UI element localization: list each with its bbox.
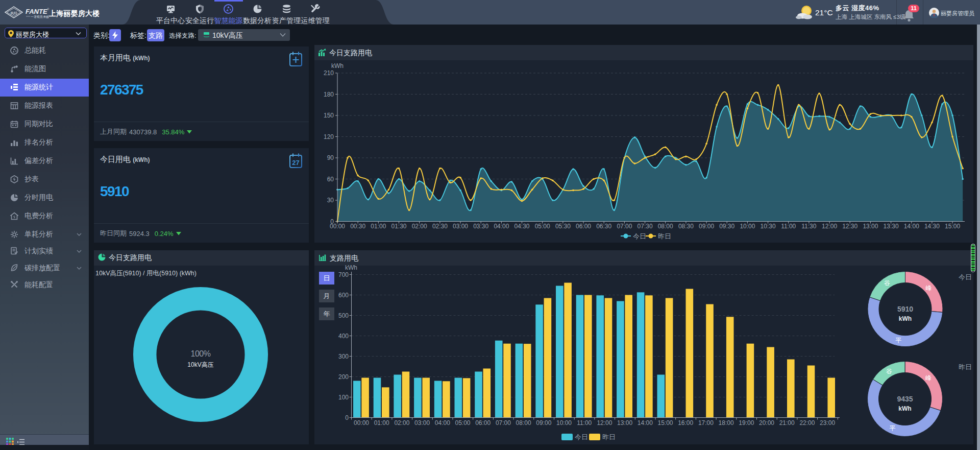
svg-text:09:00: 09:00 [699, 223, 714, 230]
svg-text:09:00: 09:00 [536, 419, 551, 427]
svg-text:20:00: 20:00 [759, 419, 774, 427]
svg-text:今日: 今日 [575, 433, 588, 441]
svg-text:01:00: 01:00 [371, 223, 386, 230]
svg-text:11:00: 11:00 [577, 419, 592, 427]
svg-text:120: 120 [324, 133, 334, 140]
svg-text:08:00: 08:00 [516, 419, 531, 427]
svg-text:21:00: 21:00 [779, 419, 795, 427]
svg-text:平: 平 [896, 337, 902, 344]
svg-text:23:00: 23:00 [820, 419, 835, 427]
svg-text:峰: 峰 [926, 285, 932, 292]
svg-text:06:30: 06:30 [596, 223, 611, 230]
svg-text:07:00: 07:00 [496, 419, 511, 427]
svg-text:100: 100 [338, 394, 349, 401]
svg-text:04:00: 04:00 [435, 419, 450, 427]
svg-text:14:00: 14:00 [638, 419, 653, 427]
svg-text:昨日: 昨日 [658, 232, 671, 240]
svg-text:19:00: 19:00 [739, 419, 754, 427]
svg-text:02:00: 02:00 [412, 223, 427, 230]
svg-text:kWh: kWh [345, 264, 357, 271]
svg-text:kWh: kWh [898, 405, 911, 412]
svg-text:11:30: 11:30 [801, 223, 816, 230]
svg-text:18:00: 18:00 [719, 419, 734, 427]
svg-text:16:00: 16:00 [678, 419, 693, 427]
svg-text:14:00: 14:00 [904, 223, 919, 230]
svg-text:09:30: 09:30 [719, 223, 734, 230]
svg-text:13:00: 13:00 [617, 419, 632, 427]
svg-text:10kV高压: 10kV高压 [187, 361, 213, 368]
svg-text:13:00: 13:00 [863, 223, 878, 230]
svg-text:10:00: 10:00 [740, 223, 755, 230]
svg-text:15:00: 15:00 [945, 223, 960, 230]
svg-text:01:00: 01:00 [374, 419, 389, 427]
svg-text:06:00: 06:00 [576, 223, 591, 230]
svg-text:08:00: 08:00 [658, 223, 673, 230]
svg-text:200: 200 [338, 373, 349, 381]
svg-text:90: 90 [327, 154, 334, 161]
svg-text:22:00: 22:00 [799, 419, 815, 427]
svg-text:00:00: 00:00 [354, 419, 369, 427]
svg-text:210: 210 [324, 69, 334, 77]
svg-text:03:00: 03:00 [414, 419, 430, 427]
svg-text:15:00: 15:00 [657, 419, 673, 427]
svg-text:风特: 风特 [10, 11, 17, 15]
svg-text:02:30: 02:30 [432, 223, 448, 230]
svg-text:今日: 今日 [633, 232, 646, 240]
svg-text:谷: 谷 [884, 279, 890, 287]
svg-text:12:00: 12:00 [822, 223, 837, 230]
svg-text:180: 180 [324, 91, 334, 98]
svg-text:06:00: 06:00 [475, 419, 491, 427]
svg-text:27: 27 [292, 159, 299, 167]
svg-text:9435: 9435 [897, 395, 913, 403]
svg-text:07:00: 07:00 [617, 223, 632, 230]
svg-text:0: 0 [345, 414, 349, 421]
svg-text:12:00: 12:00 [597, 419, 612, 427]
svg-text:600: 600 [338, 292, 349, 299]
svg-text:300: 300 [338, 353, 349, 360]
svg-text:100%: 100% [191, 349, 211, 358]
svg-text:700: 700 [338, 271, 349, 278]
svg-text:谷: 谷 [886, 368, 892, 375]
svg-text:10:30: 10:30 [761, 223, 776, 230]
svg-text:07:30: 07:30 [638, 223, 653, 230]
svg-text:30: 30 [327, 197, 334, 204]
svg-text:60: 60 [327, 176, 334, 183]
svg-text:05:00: 05:00 [535, 223, 550, 230]
svg-text:一著银而来越: 一著银而来越 [31, 15, 49, 19]
svg-text:00:30: 00:30 [350, 223, 365, 230]
svg-text:5910: 5910 [897, 305, 913, 313]
svg-text:今日: 今日 [959, 273, 972, 281]
svg-text:500: 500 [338, 312, 349, 319]
svg-text:昨日: 昨日 [959, 363, 972, 371]
svg-text:05:00: 05:00 [455, 419, 470, 427]
svg-text:400: 400 [338, 333, 349, 340]
svg-text:05:30: 05:30 [555, 223, 571, 230]
svg-text:12:30: 12:30 [842, 223, 857, 230]
svg-text:04:30: 04:30 [514, 223, 529, 230]
svg-text:01:30: 01:30 [391, 223, 406, 230]
svg-text:17:00: 17:00 [698, 419, 714, 427]
svg-text:04:00: 04:00 [494, 223, 509, 230]
svg-text:kWh: kWh [899, 315, 912, 322]
svg-text:昨日: 昨日 [602, 433, 616, 441]
svg-text:kWh: kWh [331, 62, 344, 69]
svg-text:14:30: 14:30 [924, 223, 940, 230]
svg-text:11:00: 11:00 [781, 223, 796, 230]
svg-text:03:30: 03:30 [473, 223, 488, 230]
svg-text:00:00: 00:00 [330, 223, 345, 230]
svg-text:03:00: 03:00 [453, 223, 468, 230]
svg-text:峰: 峰 [925, 374, 932, 382]
svg-text:08:30: 08:30 [678, 223, 694, 230]
svg-text:平: 平 [890, 424, 896, 432]
svg-text:02:00: 02:00 [394, 419, 409, 427]
svg-text:FANTE: FANTE [26, 8, 47, 15]
svg-text:150: 150 [324, 112, 334, 119]
svg-text:10:00: 10:00 [556, 419, 572, 427]
svg-text:13:30: 13:30 [884, 223, 899, 230]
